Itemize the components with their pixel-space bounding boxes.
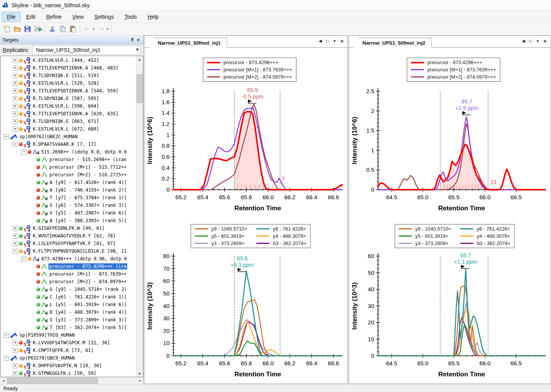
expand-icon[interactable]: + [13, 111, 18, 116]
expand-icon[interactable]: + [13, 234, 18, 239]
collapse-icon[interactable]: − [13, 142, 18, 147]
close-icon[interactable]: × [135, 37, 141, 43]
tree-item[interactable]: precursor [M+2] - 874.0979++ [1, 278, 136, 286]
tree-item[interactable]: +PYK.ESTLHLVLR.L [444, 452] [1, 56, 136, 64]
tree-item[interactable]: A [y8] - 746.4155+ (rank 2)[ [1, 186, 136, 194]
chart-inj2-precursors[interactable]: 64.565.065.566.066.500.511.522.5Retentio… [349, 48, 551, 218]
close-pane-icon[interactable]: × [340, 39, 344, 43]
paste-icon[interactable] [68, 24, 78, 34]
tree-item[interactable]: +PYR.TLSDYNIQK.E [663, 671] [1, 118, 136, 125]
tree-item[interactable]: precursor - 873.4296+++ (ira [1, 263, 136, 270]
tree-item[interactable]: −PYR.DPAATSVAAAR.K [7, 17] [1, 140, 136, 148]
scroll-down-icon[interactable]: ▼ [136, 371, 143, 377]
peak-flag-icon[interactable] [238, 268, 241, 271]
pin-icon[interactable] [129, 37, 135, 43]
open-file-icon[interactable] [12, 24, 22, 34]
collapse-icon[interactable]: − [21, 256, 26, 261]
expand-icon[interactable]: + [13, 371, 18, 376]
tree-item[interactable]: T [y7] - 675.3784+ (rank 1)[ [1, 194, 136, 202]
expand-icon[interactable]: + [13, 58, 18, 63]
undo-icon[interactable] [82, 24, 92, 34]
next-tab-icon[interactable]: ▷ [326, 39, 329, 43]
tree-item[interactable]: +PYK.GISAFPESDNLFK.W [49, 61] [1, 224, 136, 232]
scroll-left-icon[interactable]: ◄ [0, 377, 6, 384]
tree-item[interactable]: −sp|O00762|UBE2C_HUMAN [1, 133, 136, 140]
expand-icon[interactable]: + [13, 119, 18, 124]
tab-menu-icon[interactable]: ▾ [537, 39, 539, 43]
menu-tools[interactable]: Tools [120, 12, 142, 22]
tree-item[interactable]: −PYK.FLTPCYHPNVDTQGNICLDILK.E [98, 11 [1, 247, 136, 255]
tree-item[interactable]: +PYK.CMPTFQFFK.K [73, 81] [1, 347, 136, 354]
tree-item[interactable]: A [y9] - 817.4526+ (rank 4)[ [1, 179, 136, 186]
collapse-icon[interactable]: − [4, 134, 9, 139]
tab-menu-icon[interactable]: ▾ [334, 39, 336, 43]
tree-item[interactable]: +PYR.TLSDYNIQK.E [511, 519] [1, 72, 136, 79]
tree-item[interactable]: precursor [M+1] - 515.7712++ [1, 163, 136, 171]
menu-help[interactable]: Help [143, 12, 164, 22]
peak-flag-icon[interactable] [248, 100, 252, 103]
tree-item[interactable]: −873.4296+++ (idotp 0.96, dotp 0 [1, 255, 136, 263]
next-tab-icon[interactable]: ▷ [529, 39, 532, 43]
tree-item[interactable]: +PYK.DHPFGFVAVPTK.N [19, 30] [1, 362, 136, 369]
collapse-icon[interactable]: − [4, 333, 9, 338]
expand-icon[interactable]: + [13, 66, 18, 71]
tree-item[interactable]: +PYK.TITLEVEPSDTIENVK.A [620, 635] [1, 110, 136, 118]
new-file-icon[interactable] [2, 24, 11, 34]
import-results-icon[interactable] [33, 24, 42, 34]
peak-flag-icon[interactable] [461, 265, 465, 268]
chart-inj1-precursors[interactable]: 65.265.465.665.866.066.266.466.600.20.40… [144, 48, 347, 218]
tree-item[interactable]: +PYK.TITLEVEPSDTIENVK.A [468, 483] [1, 64, 136, 72]
peak-flag-icon[interactable] [462, 111, 466, 115]
expand-icon[interactable]: + [13, 127, 18, 132]
expand-icon[interactable]: + [13, 89, 18, 94]
close-pane-icon[interactable]: × [543, 39, 547, 43]
tree-item[interactable]: G [y9] - 1045.5710+ (rank 2) [1, 286, 136, 293]
tree-item[interactable]: precursor - 515.2698++ (iran [1, 156, 136, 163]
expand-icon[interactable]: + [13, 348, 18, 353]
chart-inj2-fragments[interactable]: 64.565.065.566.066.50102030405060Retenti… [349, 218, 551, 384]
menu-settings[interactable]: Settings [89, 12, 119, 22]
expand-icon[interactable]: + [13, 104, 18, 109]
redo-dropdown-icon[interactable]: ▼ [106, 27, 108, 31]
tree-item[interactable]: T [b3] - 362.2074+ (rank 5)[ [1, 324, 136, 331]
tree-item[interactable]: +PYK.TITLEVEPSDTIENVK.A [544, 559] [1, 87, 136, 95]
undo-dropdown-icon[interactable]: ▼ [92, 27, 95, 31]
tree-item[interactable]: S [y6] - 574.3307+ (rank 3)[ [1, 202, 136, 209]
tree-item[interactable]: +PYK.ESTLHLVLR.L [596, 604] [1, 102, 136, 110]
tree-item[interactable]: I [y3] - 373.2809+ (rank 3)[ [1, 316, 136, 324]
menu-edit[interactable]: Edit [21, 12, 40, 22]
scrollbar-thumb[interactable] [7, 378, 98, 384]
expand-icon[interactable]: + [13, 340, 18, 345]
expand-icon[interactable]: + [13, 73, 18, 78]
tree-item[interactable]: A [y4] - 388.2303+ (rank 5)[ [1, 217, 136, 224]
redo-icon[interactable] [96, 24, 106, 34]
tree-item[interactable]: +PYK.LVVVDFSATWCGPCK.M [22, 36] [1, 339, 136, 347]
menu-file[interactable]: File [2, 12, 21, 22]
tree-item[interactable]: −sp|P10599|THIO_HUMAN [1, 331, 136, 339]
expand-icon[interactable]: + [13, 241, 18, 246]
tree-item[interactable]: +PYR.TLSDYNIQK.E [587, 595] [1, 95, 136, 102]
prev-tab-icon[interactable]: ◀ [319, 39, 322, 43]
menu-view[interactable]: View [67, 12, 89, 22]
tab-narrow-ups1-50fmol-inj2[interactable]: Narrow_UPS1_50fmol_inj2 [354, 38, 432, 48]
collapse-icon[interactable]: − [21, 150, 26, 155]
collapse-icon[interactable]: − [13, 249, 18, 254]
expand-icon[interactable]: + [13, 81, 18, 86]
copy-icon[interactable] [58, 24, 67, 34]
scroll-up-icon[interactable]: ▲ [136, 56, 143, 62]
tree-item[interactable]: +PYK.WVGTIHGAAGTVYEDLR.Y [62, 78] [1, 232, 136, 240]
tree-item[interactable]: −sp|P63279|UBC9_HUMAN [1, 354, 136, 362]
tree-item[interactable]: −515.2698++ (idotp 0.8, dotp 0.6 [1, 148, 136, 156]
tree-vertical-scrollbar[interactable]: ▲ ▼ [136, 56, 143, 377]
tab-narrow-ups1-50fmol-inj1[interactable]: Narrow_UPS1_50fmol_inj1 [149, 38, 227, 48]
tree-item[interactable]: +PYK.GTPWEGGLFK.L [50, 59] [1, 369, 136, 377]
expand-icon[interactable]: + [13, 96, 18, 101]
tree-item[interactable]: +PYK.LSLEFPSGYPYNAPTVK.F [81, 97] [1, 240, 136, 247]
tree-item[interactable]: +PYK.ESTLHLVLR.L [520, 528] [1, 79, 136, 87]
prev-tab-icon[interactable]: ◀ [522, 39, 525, 43]
expand-icon[interactable]: + [13, 226, 18, 231]
collapse-icon[interactable]: − [4, 356, 9, 361]
tree-item[interactable]: precursor [M+1] - 873.7639++ [1, 270, 136, 278]
replicate-select[interactable]: Narrow_UPS1_50fmol_inj1 ▼ [32, 45, 141, 55]
tree-item[interactable]: V [y5] - 487.2987+ (rank 6)[ [1, 209, 136, 217]
